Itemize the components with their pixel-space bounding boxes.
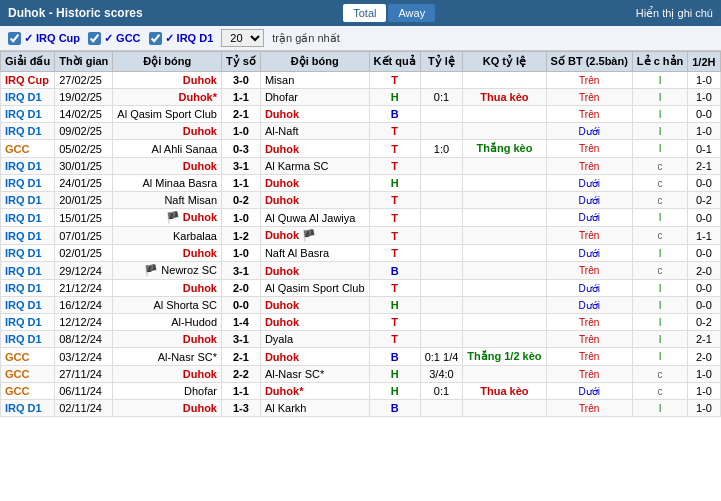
table-row: GCC 03/12/24 Al-Nasr SC* 2-1 Duhok B 0:1… [1, 348, 722, 366]
cell-league: IRQ D1 [1, 400, 55, 417]
cell-half: 0-1 [688, 140, 720, 158]
cell-le-c-han: c [632, 175, 687, 192]
cell-kq-ty-le [463, 175, 546, 192]
cell-odds: 0:1 1/4 [420, 348, 463, 366]
filter-irq-d1[interactable]: ✓ IRQ D1 [149, 32, 214, 45]
count-select[interactable]: 20 10 30 [221, 29, 264, 47]
cell-team-away: Duhok [260, 297, 369, 314]
cell-result: H [369, 89, 420, 106]
cell-result: H [369, 383, 420, 400]
cell-so-bt: Dưới [546, 280, 632, 297]
cell-half: 2-0 [688, 262, 720, 280]
table-row: IRQ Cup 27/02/25 Duhok 3-0 Misan T Trên … [1, 72, 722, 89]
cell-time: 03/12/24 [55, 348, 113, 366]
cell-team-home: Al Shorta SC [113, 297, 222, 314]
cell-kq-ty-le: Thua kèo [463, 89, 546, 106]
tab-away[interactable]: Away [388, 4, 435, 22]
cell-odds [420, 106, 463, 123]
cell-score: 3-1 [222, 158, 261, 175]
cell-odds [420, 209, 463, 227]
cell-team-away: Dyala [260, 331, 369, 348]
matches-table: Giải đấu Thời gian Đội bóng Tỷ số Đội bó… [0, 51, 721, 417]
cell-league: IRQ D1 [1, 175, 55, 192]
cell-half: 0-2 [688, 314, 720, 331]
cell-time: 19/02/25 [55, 89, 113, 106]
header-tabs: Total Away [343, 4, 435, 22]
cell-team-home: Duhok [113, 72, 222, 89]
cell-le-c-han: l [632, 140, 687, 158]
cell-so-bt: Trên [546, 72, 632, 89]
cell-league: GCC [1, 366, 55, 383]
cell-so-bt: Dưới [546, 192, 632, 209]
filter-bar: ✓ IRQ Cup ✓ GCC ✓ IRQ D1 20 10 30 trận g… [0, 26, 721, 51]
cell-league: IRQ D1 [1, 227, 55, 245]
cell-so-bt: Dưới [546, 209, 632, 227]
table-header: Giải đấu Thời gian Đội bóng Tỷ số Đội bó… [1, 52, 722, 72]
cell-half: 1-0 [688, 400, 720, 417]
cell-time: 27/02/25 [55, 72, 113, 89]
cell-result: H [369, 175, 420, 192]
cell-league: GCC [1, 383, 55, 400]
cell-so-bt: Dưới [546, 123, 632, 140]
cell-odds [420, 227, 463, 245]
cell-league: IRQ D1 [1, 89, 55, 106]
cell-team-away: Al Qasim Sport Club [260, 280, 369, 297]
cell-score: 1-1 [222, 175, 261, 192]
table-row: IRQ D1 12/12/24 Al-Hudod 1-4 Duhok T Trê… [1, 314, 722, 331]
table-row: IRQ D1 21/12/24 Duhok 2-0 Al Qasim Sport… [1, 280, 722, 297]
cell-le-c-han: l [632, 400, 687, 417]
cell-team-home: Dhofar [113, 383, 222, 400]
cell-league: IRQ D1 [1, 158, 55, 175]
cell-kq-ty-le [463, 72, 546, 89]
cell-result: B [369, 400, 420, 417]
cell-half: 1-0 [688, 89, 720, 106]
cell-odds [420, 245, 463, 262]
cell-team-home: Al Minaa Basra [113, 175, 222, 192]
cell-score: 2-2 [222, 366, 261, 383]
col-so-bt: Số BT (2.5bàn) [546, 52, 632, 72]
cell-le-c-han: l [632, 297, 687, 314]
table-row: IRQ D1 15/01/25 🏴 Duhok 1-0 Al Quwa Al J… [1, 209, 722, 227]
cell-team-home: Karbalaa [113, 227, 222, 245]
cell-odds [420, 175, 463, 192]
cell-score: 1-1 [222, 89, 261, 106]
cell-team-away: Misan [260, 72, 369, 89]
cell-kq-ty-le: Thắng 1/2 kèo [463, 348, 546, 366]
tab-total[interactable]: Total [343, 4, 386, 22]
cell-time: 02/11/24 [55, 400, 113, 417]
cell-so-bt: Trên [546, 331, 632, 348]
table-row: IRQ D1 19/02/25 Duhok* 1-1 Dhofar H 0:1 … [1, 89, 722, 106]
filter-irq-cup-label: ✓ IRQ Cup [24, 32, 80, 45]
cell-le-c-han: l [632, 331, 687, 348]
cell-league: IRQ D1 [1, 262, 55, 280]
cell-league: IRQ D1 [1, 106, 55, 123]
cell-odds [420, 192, 463, 209]
cell-odds [420, 158, 463, 175]
cell-le-c-han: l [632, 106, 687, 123]
cell-so-bt: Trên [546, 262, 632, 280]
cell-score: 3-0 [222, 72, 261, 89]
cell-result: T [369, 314, 420, 331]
cell-result: T [369, 123, 420, 140]
cell-odds [420, 123, 463, 140]
header-right: Hiển thị ghi chú [636, 7, 713, 20]
filter-irq-cup[interactable]: ✓ IRQ Cup [8, 32, 80, 45]
cell-half: 1-0 [688, 123, 720, 140]
cell-odds [420, 297, 463, 314]
cell-half: 0-0 [688, 175, 720, 192]
cell-league: GCC [1, 140, 55, 158]
cell-half: 1-0 [688, 72, 720, 89]
col-team-home: Đội bóng [113, 52, 222, 72]
cell-result: T [369, 72, 420, 89]
cell-so-bt: Trên [546, 227, 632, 245]
cell-league: IRQ D1 [1, 245, 55, 262]
cell-half: 1-0 [688, 383, 720, 400]
table-row: GCC 05/02/25 Al Ahli Sanaa 0-3 Duhok T 1… [1, 140, 722, 158]
filter-gcc[interactable]: ✓ GCC [88, 32, 141, 45]
col-le-c-han: Lẻ c hản [632, 52, 687, 72]
cell-kq-ty-le [463, 227, 546, 245]
cell-so-bt: Trên [546, 366, 632, 383]
cell-result: T [369, 192, 420, 209]
header-bar: Duhok - Historic scores Total Away Hiển … [0, 0, 721, 26]
cell-kq-ty-le [463, 158, 546, 175]
